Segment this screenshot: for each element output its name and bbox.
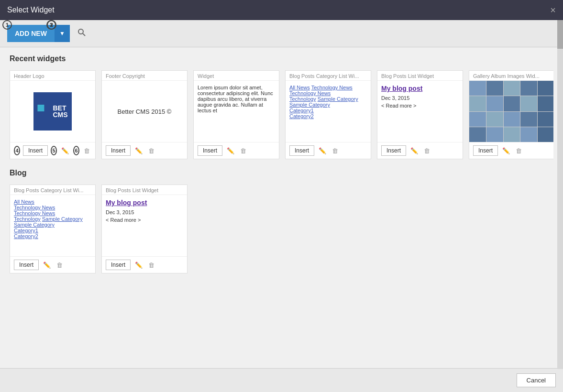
select-widget-modal: Select Widget × 1 ADD NEW 2 ▼ 3 Recent w…	[0, 0, 563, 392]
gallery-cell	[538, 112, 553, 127]
edit-icon[interactable]: ✏️	[60, 146, 70, 155]
link-item[interactable]: Sample Category	[318, 96, 358, 102]
delete-icon[interactable]: 🗑	[82, 146, 91, 155]
gallery-cell	[469, 96, 486, 111]
link-item[interactable]: Sample Category	[289, 102, 330, 108]
blog-post-title[interactable]: My blog post	[106, 199, 183, 207]
gallery-cell	[520, 81, 537, 96]
link-item[interactable]: All News	[14, 199, 34, 205]
blog-post-title[interactable]: My blog post	[381, 85, 459, 92]
widget-name: Blog Posts List Widget	[102, 185, 187, 195]
close-button[interactable]: ×	[550, 5, 556, 15]
widget-card: Widget Lorem ipsum dolor sit amet, conse…	[193, 70, 279, 159]
widget-name: Widget	[194, 71, 279, 80]
search-icon	[77, 28, 86, 37]
link-item[interactable]: Technology News	[14, 205, 55, 210]
badge-3: 3	[46, 20, 56, 30]
link-item[interactable]: Sample Category	[42, 216, 83, 222]
widget-preview: BETCMS	[10, 80, 95, 142]
modal-header: Select Widget ×	[0, 0, 563, 20]
insert-button[interactable]: Insert	[106, 260, 131, 270]
widget-name: Header Logo	[10, 71, 95, 80]
insert-button[interactable]: Insert	[14, 260, 39, 270]
widget-preview	[469, 80, 553, 142]
widget-preview: All News Technology News Technology News…	[286, 80, 371, 142]
edit-icon[interactable]: ✏️	[42, 261, 52, 270]
delete-icon[interactable]: 🗑	[239, 146, 248, 155]
widget-actions: Insert ✏️ 🗑	[286, 142, 371, 159]
edit-icon[interactable]: ✏️	[317, 146, 328, 155]
delete-icon[interactable]: 🗑	[422, 146, 431, 155]
widget-card: Blog Posts List Widget My blog post Dec …	[101, 185, 188, 273]
insert-button[interactable]: Insert	[106, 145, 131, 156]
read-more: < Read more >	[106, 217, 183, 223]
gallery-cell	[486, 81, 503, 96]
svg-line-1	[83, 33, 85, 36]
link-item[interactable]: Technology	[14, 216, 41, 222]
edit-icon[interactable]: ✏️	[501, 146, 511, 155]
widget-card: Blog Posts Category List Wi... All News …	[285, 70, 371, 159]
link-item[interactable]: All News	[289, 85, 310, 90]
widget-name: Blog Posts Category List Wi...	[10, 185, 95, 195]
widget-preview: All News Technology News Technology News…	[10, 195, 95, 257]
modal-footer: Cancel	[0, 368, 563, 392]
add-new-group: ADD NEW 2 ▼	[7, 25, 70, 42]
modal-title: Select Widget	[7, 6, 55, 14]
badge-6: 6	[73, 146, 79, 155]
gallery-cell	[469, 127, 486, 142]
link-item[interactable]: Sample Category	[14, 222, 55, 228]
edit-icon[interactable]: ✏️	[225, 146, 236, 155]
link-item[interactable]: Category2	[289, 113, 314, 119]
delete-icon[interactable]: 🗑	[55, 261, 64, 270]
edit-icon[interactable]: ✏️	[133, 146, 144, 155]
widget-preview: My blog post Dec 3, 2015 < Read more >	[377, 80, 463, 142]
add-new-dropdown-button[interactable]: ▼	[55, 25, 70, 42]
delete-icon[interactable]: 🗑	[147, 146, 156, 155]
cancel-button[interactable]: Cancel	[517, 373, 556, 387]
gallery-cell	[504, 127, 520, 142]
insert-button[interactable]: Insert	[381, 145, 406, 156]
edit-icon[interactable]: ✏️	[409, 146, 419, 155]
search-button[interactable]	[74, 25, 90, 42]
link-item[interactable]: Technology News	[311, 85, 353, 90]
insert-button[interactable]: Insert	[23, 145, 48, 156]
badge-1: 1	[2, 20, 12, 30]
gallery-cell	[486, 96, 503, 111]
blog-post-date: Dec 3, 2015	[106, 209, 183, 215]
link-item[interactable]: Technology News	[14, 210, 55, 216]
link-item[interactable]: Category1	[14, 228, 38, 233]
edit-icon[interactable]: ✏️	[133, 261, 144, 270]
gallery-cell	[486, 127, 503, 142]
blog-widgets-row: Blog Posts Category List Wi... All News …	[10, 185, 553, 273]
widget-actions: Insert ✏️ 🗑	[102, 257, 187, 273]
gallery-cell	[520, 112, 537, 127]
widget-card: Footer Copyright Better CMS 2015 © Inser…	[101, 70, 188, 159]
delete-icon[interactable]: 🗑	[514, 146, 523, 155]
insert-button[interactable]: Insert	[473, 145, 498, 156]
section-recent-title: Recent widgets	[10, 54, 553, 63]
insert-button[interactable]: Insert	[289, 145, 314, 156]
link-item[interactable]: Category1	[289, 108, 314, 113]
insert-button[interactable]: Insert	[198, 145, 222, 156]
scrollbar-track[interactable]	[557, 20, 563, 369]
gallery-cell	[486, 112, 503, 127]
delete-icon[interactable]: 🗑	[147, 261, 156, 270]
widget-card: Blog Posts List Widget My blog post Dec …	[377, 70, 463, 159]
widget-actions: Insert ✏️ 🗑	[469, 142, 553, 159]
section-blog-title: Blog	[10, 169, 553, 177]
widget-actions: Insert ✏️ 🗑	[10, 257, 95, 273]
widget-preview: Better CMS 2015 ©	[102, 80, 187, 142]
svg-point-0	[78, 29, 83, 34]
delete-icon[interactable]: 🗑	[331, 146, 340, 155]
gallery-cell	[538, 127, 553, 142]
link-item[interactable]: Technology News	[289, 90, 331, 96]
widget-name: Blog Posts List Widget	[377, 71, 463, 80]
scrollbar-thumb[interactable]	[557, 20, 563, 49]
widget-content: Better CMS 2015 ©	[118, 108, 172, 115]
link-item[interactable]: Technology	[289, 96, 316, 102]
link-item[interactable]: Category2	[14, 233, 38, 239]
gallery-cell	[469, 81, 486, 96]
widget-preview: My blog post Dec 3, 2015 < Read more >	[102, 195, 187, 257]
widget-card: Gallery Album Images Wid...	[469, 70, 553, 159]
widget-actions: Insert ✏️ 🗑	[102, 142, 187, 159]
